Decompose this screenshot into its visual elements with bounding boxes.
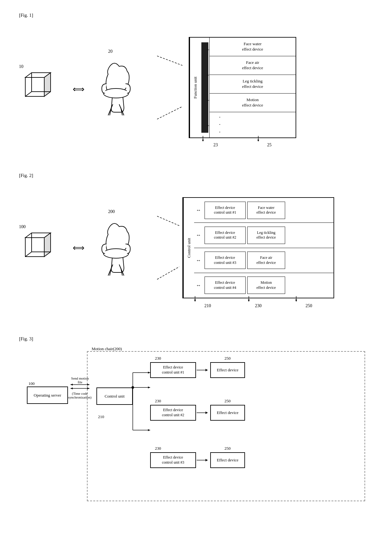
arrow-ctrl-2: ↔ [196, 232, 201, 238]
label-230-3: 230 [155, 446, 161, 451]
effect-dev-1-fig3: Effect device [210, 362, 245, 378]
label-200: 200 [108, 209, 115, 214]
fig2-section: [Fig. 2] 100 ⟺ 200 [19, 173, 373, 314]
label-250-2: 250 [224, 399, 231, 404]
svg-marker-16 [257, 140, 259, 142]
effect-dev-face-water: Face watereffect device [247, 202, 285, 219]
fig3-section: [Fig. 3] Motion chair(200) 100 Operating… [19, 336, 373, 503]
dashed-lines-fig1 [151, 40, 189, 135]
effect-dev-3-fig3: Effect device [210, 452, 245, 468]
control-row-4: ↔ Effect devicecontrol unit #4 Motioneff… [194, 273, 334, 298]
label-210-fig3: 210 [98, 414, 104, 419]
control-rows: ↔ Effect devicecontrol unit #1 Face wate… [194, 198, 334, 298]
svg-marker-52 [148, 387, 150, 388]
svg-marker-45 [205, 411, 208, 414]
label-250-1: 250 [224, 356, 231, 361]
effect-dev-leg-tickling: Leg ticklingeffect device [247, 227, 285, 244]
svg-marker-37 [87, 384, 89, 386]
page: [Fig. 1] 10 ⟺ 20 [0, 0, 392, 542]
server-icon-fig1 [19, 71, 57, 103]
label-230-2: 230 [155, 399, 161, 404]
dashed-lines-fig2 [151, 200, 182, 295]
effect-ctrl-1-fig3: Effect devicecontrol unit #1 [150, 362, 196, 378]
operating-server-box: Operating server [27, 387, 68, 404]
ctrl-unit-2: Effect devicecontrol unit #2 [205, 227, 246, 244]
label-10: 10 [19, 64, 23, 69]
effect-dev-face-air: Face aireffect device [247, 252, 285, 269]
label-230-1: 230 [155, 356, 161, 361]
function-items: Face watereffect device Face aireffect d… [209, 38, 296, 137]
arrow-to-dev2 [197, 410, 209, 416]
svg-marker-14 [202, 140, 204, 142]
ctrl-unit-4: Effect devicecontrol unit #4 [205, 277, 246, 294]
control-panel: Control unit ↔ Effect devicecontrol unit… [182, 197, 334, 298]
control-row-1: ↔ Effect devicecontrol unit #1 Face wate… [194, 198, 334, 223]
svg-marker-17 [25, 238, 44, 257]
arrow-ctrl-3: ↔ [196, 258, 201, 263]
svg-marker-55 [148, 429, 150, 431]
svg-marker-41 [70, 387, 73, 389]
arrow-to-dev3 [197, 457, 209, 463]
arrow-ctrl-4: ↔ [196, 283, 201, 288]
svg-line-12 [157, 107, 182, 119]
svg-marker-40 [87, 387, 89, 389]
function-item-3: Leg ticklingeffect device [210, 75, 296, 94]
function-item-1: Face watereffect device [210, 38, 296, 56]
control-row-2: ↔ Effect devicecontrol unit #2 Leg tickl… [194, 223, 334, 248]
label-100-fig3: 100 [28, 381, 35, 386]
chair-icon-fig2 [91, 217, 141, 277]
fig3-label: [Fig. 3] [19, 336, 373, 342]
fig1-section: [Fig. 1] 10 ⟺ 20 [19, 13, 373, 154]
fig1-label: [Fig. 1] [19, 13, 373, 18]
svg-line-29 [157, 267, 179, 279]
arrows-ctrl-to-units [114, 361, 155, 474]
function-item-2: Face aireffect device [210, 56, 296, 75]
control-row-3: ↔ Effect devicecontrol unit #3 Face aire… [194, 248, 334, 273]
panel-bottom-arrows [189, 136, 284, 147]
server-icon-fig2 [19, 231, 57, 263]
svg-marker-31 [194, 300, 196, 302]
label-250-3: 250 [224, 446, 231, 451]
effect-dev-motion: Motioneffect device [247, 277, 285, 294]
function-unit-label: Function unit [189, 38, 200, 137]
svg-marker-43 [205, 369, 208, 371]
svg-marker-50 [148, 372, 150, 374]
ctrl-unit-1: Effect devicecontrol unit #1 [205, 202, 246, 219]
arrow-ctrl-1: ↔ [196, 207, 201, 213]
svg-line-28 [157, 216, 179, 226]
control-unit-label: Control unit [183, 198, 194, 298]
svg-line-11 [157, 56, 182, 65]
svg-marker-0 [25, 77, 44, 96]
arrow-to-dev1 [197, 367, 209, 373]
function-item-dots: ··· [210, 112, 296, 137]
label-100-fig2: 100 [19, 224, 26, 229]
function-panel: Function unit Face watereffect device Fa… [189, 37, 296, 138]
svg-marker-33 [248, 300, 250, 302]
arrow-fig2: ⟺ [73, 243, 84, 253]
label-20: 20 [108, 49, 113, 54]
svg-point-6 [103, 88, 129, 98]
time-code-label: (Time code synchronization) [68, 392, 92, 399]
motion-chair-label: Motion chair(200) [92, 346, 122, 351]
ctrl-unit-3: Effect devicecontrol unit #3 [205, 252, 246, 269]
chair-icon-fig1 [91, 57, 141, 117]
svg-marker-35 [295, 300, 297, 302]
svg-point-56 [132, 386, 134, 389]
function-item-4: Motioneffect device [210, 94, 296, 112]
svg-marker-38 [70, 384, 73, 386]
arrow-fig1: ⟺ [73, 84, 84, 94]
svg-point-23 [103, 249, 129, 258]
svg-marker-47 [205, 459, 208, 461]
fig2-label: [Fig. 2] [19, 173, 373, 178]
effect-ctrl-2-fig3: Effect devicecontrol unit #2 [150, 405, 196, 421]
effect-dev-2-fig3: Effect device [210, 405, 245, 421]
panel2-bottom-arrows [182, 296, 334, 307]
effect-ctrl-3-fig3: Effect devicecontrol unit #3 [150, 452, 196, 468]
send-motion-arrows [69, 382, 91, 392]
